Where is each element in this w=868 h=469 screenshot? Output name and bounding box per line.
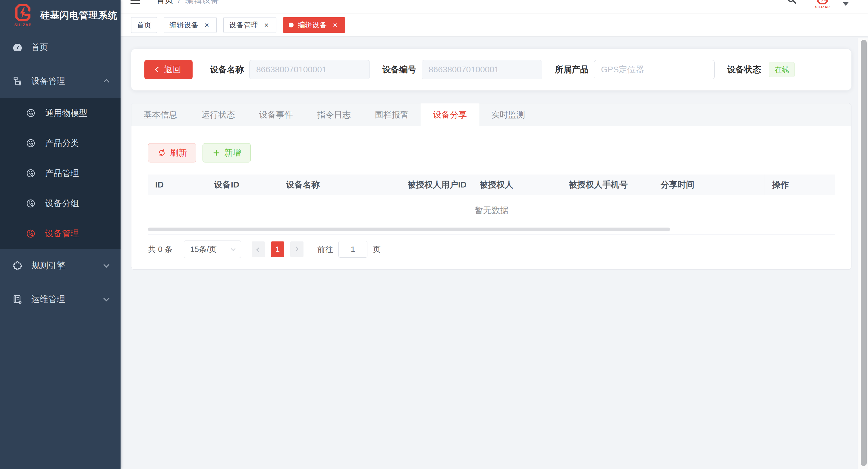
tag-home[interactable]: 首页 (131, 17, 157, 33)
avatar-dropdown-caret-icon[interactable] (843, 2, 849, 6)
sidebar-item-thing-model[interactable]: 通用物模型 (0, 98, 121, 128)
palette-icon (25, 228, 36, 239)
page-size-select[interactable]: 15条/页 (184, 241, 241, 258)
empty-text: 暂无数据 (148, 195, 835, 226)
tab-command-logs[interactable]: 指令日志 (305, 103, 363, 126)
avatar-logo-text: SILIZAP (815, 5, 830, 9)
sidebar-item-label: 设备分组 (45, 198, 108, 209)
device-status-label: 设备状态 (727, 64, 761, 75)
pagination: 共 0 条 15条/页 1 前往 页 (148, 241, 835, 258)
pagination-total: 共 0 条 (148, 244, 173, 255)
refresh-button[interactable]: 刷新 (148, 143, 196, 162)
table-horizontal-scrollbar (148, 227, 835, 231)
close-icon[interactable]: × (331, 21, 339, 29)
sidebar-item-product-management[interactable]: 产品管理 (0, 158, 121, 188)
horizontal-scrollbar-thumb[interactable] (148, 227, 670, 231)
vertical-scrollbar-track (858, 38, 868, 469)
col-grantee-user-id: 被授权人用户ID (400, 175, 472, 195)
tab-basic-info[interactable]: 基本信息 (131, 103, 189, 126)
device-code-field[interactable] (422, 60, 542, 79)
palette-icon (25, 198, 36, 209)
sidebar-item-label: 通用物模型 (45, 107, 108, 119)
chevron-left-icon (256, 247, 261, 252)
col-device-name: 设备名称 (279, 175, 400, 195)
palette-icon (25, 107, 36, 119)
previous-page-button[interactable] (252, 242, 265, 257)
breadcrumb-home[interactable]: 首页 (156, 0, 173, 6)
page-size-value: 15条/页 (190, 244, 217, 255)
page-number-1[interactable]: 1 (271, 242, 284, 257)
palette-icon (25, 168, 36, 179)
back-button-label: 返回 (164, 64, 181, 75)
back-button[interactable]: 返回 (144, 60, 193, 79)
device-name-field[interactable] (249, 60, 370, 79)
share-table: ID 设备ID 设备名称 被授权人用户ID 被授权人 被授权人手机号 分享时间 … (148, 175, 835, 226)
top-navbar: 首页 / 编辑设备 SILIZAP (121, 0, 868, 14)
tag-label: 设备管理 (229, 20, 258, 30)
hamburger-menu-icon[interactable] (130, 0, 140, 4)
close-icon[interactable]: × (262, 21, 271, 29)
chevron-right-icon (294, 247, 299, 251)
goto-page-input[interactable] (338, 241, 367, 258)
tag-edit-device[interactable]: 编辑设备 × (164, 17, 217, 33)
next-page-button[interactable] (290, 242, 304, 257)
sidebar-item-home[interactable]: 首页 (0, 30, 121, 64)
add-button[interactable]: 新增 (203, 143, 251, 162)
tags-view-bar: 首页 编辑设备 × 设备管理 × 编辑设备 × (121, 14, 868, 36)
table-bottom-divider (148, 234, 835, 234)
page-content: 返回 设备名称 设备编号 所属产品 设备状态 在线 基本信息 运行状态 设备事件… (121, 36, 868, 270)
chevron-up-icon (103, 79, 110, 85)
breadcrumb: 首页 / 编辑设备 (156, 0, 219, 6)
main-area: 首页 / 编辑设备 SILIZAP (121, 0, 868, 469)
search-icon[interactable] (786, 0, 797, 7)
sidebar-item-label: 运维管理 (31, 293, 104, 305)
sidebar-item-ops-management[interactable]: 运维管理 (0, 282, 121, 316)
device-share-panel: 刷新 新增 ID (131, 126, 851, 258)
tab-running-state[interactable]: 运行状态 (189, 103, 247, 126)
col-actions: 操作 (765, 175, 835, 195)
sidebar-item-label: 产品分类 (45, 137, 108, 149)
device-info-card: 返回 设备名称 设备编号 所属产品 设备状态 在线 (131, 49, 851, 90)
sidebar-item-label: 产品管理 (45, 167, 108, 179)
chevron-down-icon (231, 246, 236, 251)
page-unit-label: 页 (373, 244, 381, 255)
tab-fence-alarm[interactable]: 围栏报警 (363, 103, 421, 126)
active-tag-dot (289, 23, 293, 27)
sidebar-item-label: 规则引擎 (31, 260, 104, 271)
table-header-row: ID 设备ID 设备名称 被授权人用户ID 被授权人 被授权人手机号 分享时间 … (148, 175, 835, 195)
sidebar-item-product-category[interactable]: 产品分类 (0, 128, 121, 158)
tag-label: 编辑设备 (298, 20, 327, 30)
sidebar-item-device-group[interactable]: 设备分组 (0, 188, 121, 219)
chevron-down-icon (103, 295, 110, 302)
tab-device-events[interactable]: 设备事件 (247, 103, 305, 126)
sidebar-item-rule-engine[interactable]: 规则引擎 (0, 249, 121, 282)
sidebar-item-device-management[interactable]: 设备管理 (0, 64, 121, 98)
col-grantee: 被授权人 (472, 175, 561, 195)
close-icon[interactable]: × (203, 21, 211, 29)
app-logo: SILIZAP 硅基闪电管理系统 (0, 0, 121, 30)
share-toolbar: 刷新 新增 (148, 143, 835, 162)
device-detail-card: 基本信息 运行状态 设备事件 指令日志 围栏报警 设备分享 实时监测 (131, 103, 851, 270)
tag-edit-device-active[interactable]: 编辑设备 × (283, 17, 345, 33)
sidebar: SILIZAP 硅基闪电管理系统 首页 设备管理 (0, 0, 121, 469)
plus-icon (212, 149, 221, 157)
tab-realtime-monitor[interactable]: 实时监测 (479, 103, 537, 126)
col-share-time: 分享时间 (653, 175, 765, 195)
product-field[interactable] (594, 60, 715, 79)
tag-device-management[interactable]: 设备管理 × (223, 17, 276, 33)
chevron-down-icon (103, 262, 110, 268)
goto-label: 前往 (317, 244, 333, 255)
tab-device-share-active[interactable]: 设备分享 (421, 103, 479, 126)
user-avatar[interactable]: SILIZAP (811, 0, 834, 12)
silizap-logo-icon: SILIZAP (13, 3, 33, 27)
col-grantee-phone: 被授权人手机号 (561, 175, 653, 195)
app-title: 硅基闪电管理系统 (40, 9, 118, 22)
detail-tab-bar: 基本信息 运行状态 设备事件 指令日志 围栏报警 设备分享 实时监测 (131, 103, 851, 126)
puzzle-icon (12, 260, 23, 271)
palette-icon (25, 138, 36, 149)
vertical-scrollbar-thumb[interactable] (861, 40, 867, 466)
breadcrumb-separator: / (178, 0, 181, 5)
product-label: 所属产品 (555, 64, 589, 75)
sidebar-item-device-management-active[interactable]: 设备管理 (0, 219, 121, 249)
empty-row: 暂无数据 (148, 195, 835, 226)
